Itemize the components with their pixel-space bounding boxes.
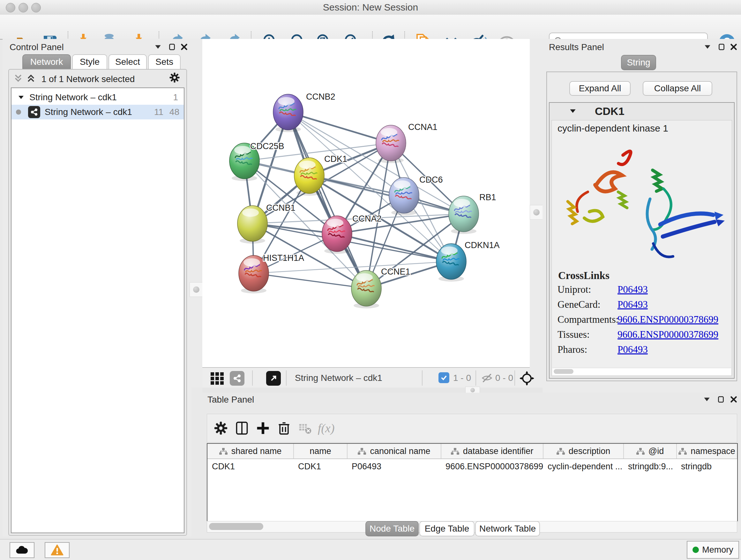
network-options-gear-button[interactable] [169, 72, 180, 83]
bar-separator [475, 370, 476, 386]
control-panel-float-button[interactable] [166, 42, 178, 52]
network-row-selected[interactable]: String Network – cdk1 11 48 [11, 105, 184, 119]
results-horizontal-scrollbar[interactable] [552, 368, 731, 375]
show-columns-button[interactable] [231, 419, 253, 438]
edge-count: 48 [170, 107, 179, 117]
network-list-box: 1 of 1 Network selected String Network –… [8, 69, 187, 536]
network-graph[interactable]: CCNB2CCNA1CDC25BCDK1CDC6RB1CCNB1CCNA2CDK… [202, 39, 530, 367]
left-splitter[interactable] [190, 39, 203, 388]
network-type-button[interactable] [230, 371, 245, 386]
cloud-button[interactable] [10, 542, 35, 558]
network-node-ccna2[interactable] [322, 216, 352, 254]
status-bar: Memory [0, 539, 741, 560]
network-selected-status: 1 of 1 Network selected [9, 74, 167, 84]
tab-sets[interactable]: Sets [148, 54, 181, 70]
network-node-cdkn1a[interactable] [436, 244, 466, 282]
crosslink-link[interactable]: P06493 [617, 284, 648, 299]
table-row[interactable]: CDK1CDK1P064939606.ENSP00000378699cyclin… [207, 459, 737, 474]
tab-network[interactable]: Network [22, 54, 71, 70]
collapse-all-button[interactable]: Collapse All [643, 81, 712, 96]
open-in-window-button[interactable] [266, 371, 281, 386]
tab-style[interactable]: Style [72, 54, 107, 70]
expand-all-button[interactable]: Expand All [569, 81, 630, 96]
trash-icon [277, 421, 291, 435]
network-edge[interactable] [288, 112, 391, 143]
results-panel-close-button[interactable] [728, 42, 739, 52]
gene-section-header[interactable]: CDK1 [549, 103, 734, 119]
table-cell: CDK1 [293, 459, 347, 474]
network-node-ccnb1[interactable] [238, 206, 267, 244]
network-view-toolbar: String Network – cdk1 1 - 0 0 - 0 [202, 367, 530, 388]
network-edge[interactable] [254, 273, 366, 288]
column-header-canonical-name[interactable]: canonical name [347, 444, 441, 459]
column-header-shared-name[interactable]: shared name [207, 444, 293, 459]
column-header-name[interactable]: name [293, 444, 347, 459]
tab-network-table[interactable]: Network Table [475, 521, 540, 537]
network-node-ccne1[interactable] [351, 270, 381, 308]
network-canvas[interactable]: CCNB2CCNA1CDC25BCDK1CDC6RB1CCNB1CCNA2CDK… [202, 39, 530, 367]
network-node-ccnb2[interactable] [273, 94, 303, 132]
network-collection-row[interactable]: String Network – cdk1 1 [11, 90, 184, 105]
fit-selected-button[interactable] [520, 371, 534, 387]
tab-node-table[interactable]: Node Table [365, 521, 419, 537]
column-header--id[interactable]: @id [623, 444, 677, 459]
memory-status-icon [692, 547, 699, 553]
tab-select[interactable]: Select [109, 54, 147, 70]
node-table: shared namenamecanonical namedatabase id… [207, 443, 738, 521]
control-panel-collapse-button[interactable] [152, 42, 163, 52]
node-label: CCNA2 [352, 214, 382, 224]
column-header-description[interactable]: description [543, 444, 623, 459]
table-panel-collapse-button[interactable] [701, 394, 712, 405]
node-label: CCNB2 [306, 92, 335, 102]
grid-icon [210, 371, 225, 386]
crosslink-label: Compartments: [557, 314, 617, 328]
crosslink-row: Pharos:P06493 [557, 344, 729, 359]
tab-string[interactable]: String [621, 55, 656, 70]
delete-column-button[interactable] [273, 419, 294, 438]
table-options-gear-button[interactable] [210, 419, 231, 438]
string-results-box: Expand All Collapse All CDK1 cyclin-depe… [546, 71, 737, 381]
memory-button[interactable]: Memory [687, 541, 739, 559]
table-tabs: Node Table Edge Table Network Table [0, 521, 741, 537]
node-label: CDC6 [419, 175, 443, 185]
gene-section: CDK1 cyclin-dependent kinase 1 [549, 102, 735, 379]
hidden-eye-icon [481, 372, 493, 384]
right-splitter[interactable] [530, 39, 543, 388]
column-header-database-identifier[interactable]: database identifier [441, 444, 543, 459]
results-panel-collapse-button[interactable] [702, 42, 713, 52]
column-header-namespace[interactable]: namespace [677, 444, 737, 459]
crosslink-link[interactable]: P06493 [617, 344, 648, 359]
gene-caret-icon [569, 107, 577, 115]
crosslink-link[interactable]: 9606.ENSP00000378699 [617, 314, 718, 328]
table-cell: P06493 [347, 459, 441, 474]
results-panel: Results Panel String Expand All Collapse… [542, 39, 741, 393]
window-title: Session: New Session [0, 2, 741, 13]
main-toolbar: ? [0, 15, 741, 40]
selected-checkbox[interactable] [439, 372, 449, 383]
control-panel-title: Control Panel [10, 42, 64, 52]
network-node-rb1[interactable] [449, 196, 479, 234]
crosslink-label: Uniprot: [557, 284, 617, 299]
bar-separator [252, 370, 253, 386]
birds-eye-grid-button[interactable] [210, 371, 225, 386]
left-splitter-handle[interactable] [190, 282, 203, 297]
crosslink-row: GeneCard:P06493 [557, 299, 729, 314]
create-column-button[interactable] [253, 419, 273, 438]
warning-button[interactable] [45, 542, 70, 558]
hidden-indicator [481, 372, 493, 386]
node-label: CCNE1 [381, 267, 410, 276]
crosslink-link[interactable]: 9606.ENSP00000378699 [617, 329, 718, 344]
warning-icon [51, 544, 64, 556]
tab-edge-table[interactable]: Edge Table [419, 521, 475, 537]
right-splitter-handle[interactable] [530, 205, 543, 220]
network-node-ccna1[interactable] [376, 125, 406, 163]
results-panel-float-button[interactable] [716, 42, 727, 52]
control-panel-close-button[interactable] [179, 42, 190, 52]
table-panel-float-button[interactable] [716, 394, 726, 405]
gene-description: cyclin-dependent kinase 1 [557, 123, 668, 134]
node-label: HIST1H1A [263, 253, 304, 263]
table-panel-close-button[interactable] [728, 394, 739, 405]
crosshair-icon [520, 371, 534, 386]
bar-separator [286, 370, 286, 386]
crosslink-link[interactable]: P06493 [617, 299, 648, 314]
